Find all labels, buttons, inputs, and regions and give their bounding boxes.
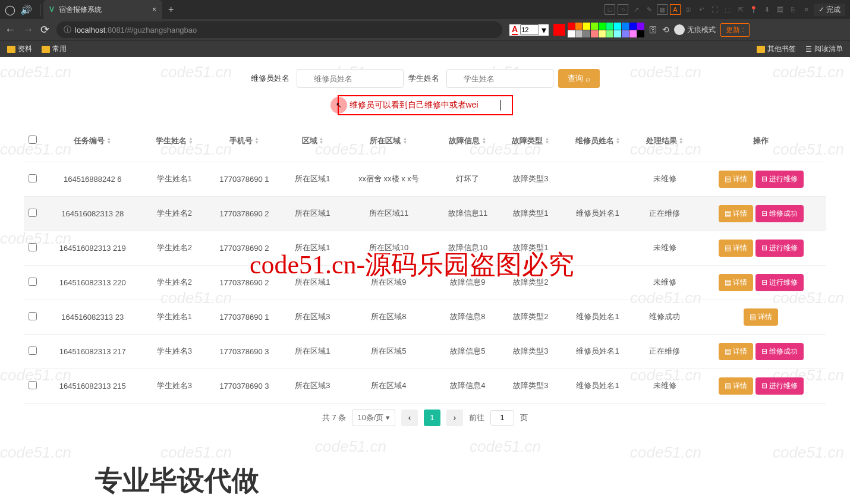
arrow-tool-icon[interactable]: ↗	[631, 4, 641, 15]
forward-button[interactable]: →	[23, 24, 33, 36]
column-header[interactable]: 故障信息▲▼	[436, 120, 500, 162]
pin-icon[interactable]: 📍	[748, 4, 759, 15]
color-swatch[interactable]	[575, 23, 583, 30]
column-header[interactable]: 任务编号▲▼	[42, 120, 144, 162]
row-checkbox[interactable]	[29, 312, 37, 320]
search-input-student[interactable]	[446, 69, 553, 88]
search-input-worker[interactable]	[297, 69, 404, 88]
mosaic-tool-icon[interactable]: ▦	[657, 4, 668, 15]
done-button[interactable]: ✓ 完成	[814, 4, 845, 16]
key-icon[interactable]: ⚿	[649, 25, 657, 34]
sort-icon[interactable]: ▲▼	[319, 137, 324, 144]
color-swatch[interactable]	[629, 23, 637, 30]
font-color-icon[interactable]: A	[512, 24, 518, 35]
sort-icon[interactable]: ▲▼	[106, 137, 111, 144]
row-checkbox[interactable]	[29, 381, 37, 389]
action-button[interactable]: ⊟维修成功	[755, 343, 804, 360]
color-swatch[interactable]	[629, 30, 637, 37]
color-swatch[interactable]	[568, 23, 575, 30]
select-all-checkbox[interactable]	[29, 136, 37, 144]
incognito-badge[interactable]: 无痕模式	[674, 24, 716, 35]
sort-icon[interactable]: ▲▼	[402, 137, 407, 144]
row-checkbox[interactable]	[29, 209, 37, 217]
action-button[interactable]: ▤详情	[744, 308, 778, 326]
close-tab-icon[interactable]: ×	[152, 5, 156, 14]
undo-icon[interactable]: ↶	[696, 4, 707, 15]
reading-list[interactable]: ☰阅读清单	[805, 44, 843, 54]
color-swatch[interactable]	[599, 23, 606, 30]
sound-icon[interactable]: 🔊	[20, 4, 31, 15]
font-picker[interactable]: A ▾	[509, 24, 549, 36]
color-swatch[interactable]	[622, 23, 629, 30]
ocr-icon[interactable]: ⬚	[722, 4, 733, 15]
browser-tab[interactable]: V 宿舍报修系统 ×	[43, 0, 162, 19]
color-swatch[interactable]	[583, 23, 590, 30]
action-button[interactable]: ⊟进行维修	[755, 171, 804, 188]
action-button[interactable]: ▤详情	[719, 377, 753, 395]
sort-icon[interactable]: ▲▼	[544, 137, 549, 144]
row-checkbox[interactable]	[29, 174, 37, 182]
counter-tool-icon[interactable]: ①	[683, 4, 694, 15]
copy-icon[interactable]: ⎘	[788, 4, 798, 15]
url-input[interactable]: ⓘ localhost :8081/#/guzhangshangbao	[56, 21, 502, 38]
color-swatch[interactable]	[614, 23, 621, 30]
color-swatch[interactable]	[606, 30, 613, 37]
column-header[interactable]: 维修员姓名▲▼	[562, 120, 634, 162]
page-number-button[interactable]: 1	[424, 410, 440, 426]
page-size-select[interactable]: 10条/页 ▾	[352, 410, 395, 426]
column-header[interactable]: 故障类型▲▼	[500, 120, 562, 162]
column-header[interactable]: 手机号▲▼	[205, 120, 284, 162]
action-button[interactable]: ▤详情	[719, 343, 753, 360]
sort-icon[interactable]: ▲▼	[481, 137, 486, 144]
action-button[interactable]: ▤详情	[719, 205, 753, 222]
color-swatch[interactable]	[637, 30, 644, 37]
color-swatch[interactable]	[606, 23, 613, 30]
share-icon[interactable]: ⇱	[735, 4, 746, 15]
action-button[interactable]: ▤详情	[719, 274, 753, 291]
bookmark-item[interactable]: 其他书签	[757, 44, 796, 54]
color-swatch[interactable]	[637, 23, 644, 30]
color-swatch[interactable]	[591, 30, 598, 37]
color-swatch[interactable]	[568, 30, 575, 37]
new-tab-button[interactable]: +	[168, 4, 174, 15]
color-palette[interactable]	[568, 23, 644, 37]
color-swatch[interactable]	[622, 30, 629, 37]
bookmark-item[interactable]: 常用	[42, 44, 67, 54]
sort-icon[interactable]: ▲▼	[188, 137, 193, 144]
sort-icon[interactable]: ▲▼	[679, 137, 684, 144]
column-header[interactable]: 所在区域▲▼	[342, 120, 435, 162]
color-swatch[interactable]	[591, 23, 598, 30]
reload-button[interactable]: ⟳	[40, 23, 49, 36]
row-checkbox[interactable]	[29, 243, 37, 251]
bookmark-item[interactable]: 资料	[7, 44, 32, 54]
action-button[interactable]: ⊟进行维修	[755, 274, 804, 291]
column-header[interactable]: 处理结果▲▼	[634, 120, 695, 162]
dropdown-icon[interactable]: ▾	[542, 24, 546, 36]
selected-color[interactable]	[553, 24, 565, 36]
color-swatch[interactable]	[575, 30, 583, 37]
column-header[interactable]: 学生姓名▲▼	[144, 120, 206, 162]
sync-icon[interactable]: ⟲	[662, 25, 669, 34]
color-swatch[interactable]	[599, 30, 606, 37]
crop-icon[interactable]: ⛶	[709, 4, 720, 15]
query-button[interactable]: 查询⌕	[558, 69, 600, 88]
sort-icon[interactable]: ▲▼	[616, 137, 621, 144]
row-checkbox[interactable]	[29, 278, 37, 286]
goto-page-input[interactable]	[490, 410, 514, 426]
image-icon[interactable]: 🖼	[775, 4, 785, 15]
back-button[interactable]: ←	[5, 24, 15, 36]
pen-tool-icon[interactable]: ✎	[644, 4, 654, 15]
column-header[interactable]: 区域▲▼	[284, 120, 342, 162]
color-swatch[interactable]	[614, 30, 621, 37]
rect-tool-icon[interactable]: □	[605, 4, 615, 15]
action-button[interactable]: ⊟维修成功	[755, 205, 804, 222]
info-icon[interactable]: ⓘ	[64, 24, 71, 35]
next-page-button[interactable]: ›	[446, 410, 463, 426]
download-icon[interactable]: ⬇	[761, 4, 772, 15]
circle-tool-icon[interactable]: ○	[618, 4, 628, 15]
font-size-input[interactable]	[520, 24, 539, 35]
sort-icon[interactable]: ▲▼	[254, 137, 259, 144]
action-button[interactable]: ▤详情	[719, 171, 753, 188]
row-checkbox[interactable]	[29, 346, 37, 355]
close-toolbar-icon[interactable]: ✕	[801, 4, 811, 15]
